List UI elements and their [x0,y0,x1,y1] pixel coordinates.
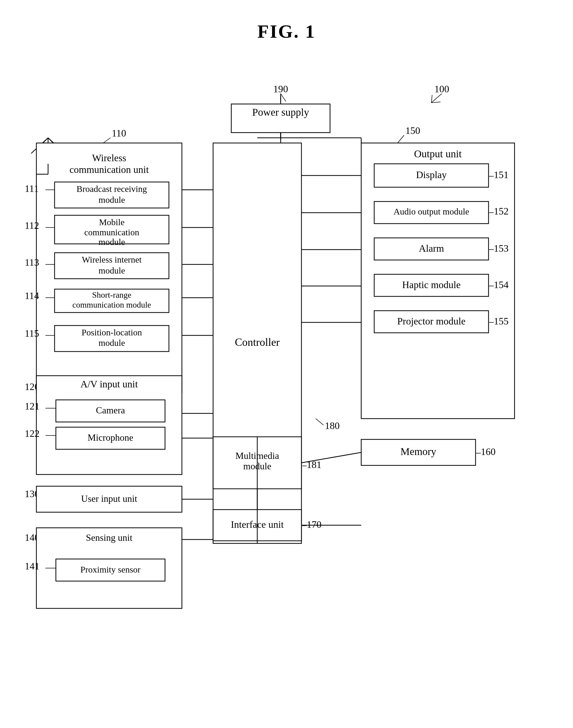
ref-153: 153 [494,243,509,254]
av-input-label: A/V input unit [81,379,138,389]
power-supply-label: Power supply [252,106,309,118]
svg-text:communication module: communication module [72,300,151,309]
svg-text:communication unit: communication unit [69,164,149,175]
user-input-label: User input unit [81,493,137,504]
alarm-label: Alarm [419,243,444,254]
controller-label: Controller [235,336,280,348]
ref-160: 160 [481,446,496,457]
svg-line-32 [398,135,404,143]
ref-152: 152 [494,206,509,216]
av-input-box [36,376,182,475]
proximity-label: Proximity sensor [80,565,141,574]
svg-text:communication: communication [84,228,139,237]
ref-141: 141 [25,561,40,572]
ref-115: 115 [25,328,39,339]
ref-112: 112 [25,220,39,231]
ref-113: 113 [25,257,39,268]
svg-text:module: module [99,338,125,348]
camera-label: Camera [96,405,125,416]
svg-line-1 [281,94,286,101]
ref-110: 110 [112,128,126,139]
ref-170: 170 [307,519,321,530]
ref-111: 111 [25,183,39,194]
ref-155: 155 [494,316,509,327]
ref-151: 151 [494,169,509,180]
microphone-label: Microphone [88,432,133,443]
ref-190: 190 [273,84,288,94]
svg-text:module: module [99,195,125,205]
display-label: Display [416,169,447,180]
sensing-label: Sensing unit [86,532,132,543]
ref-122: 122 [25,428,40,439]
ref-150: 150 [405,125,420,136]
svg-text:module: module [99,266,125,275]
wireless-comm-label: Wireless [92,152,126,163]
svg-text:Mobile: Mobile [99,217,124,227]
ref-114: 114 [25,290,39,301]
svg-text:Short-range: Short-range [92,290,131,299]
memory-label: Memory [401,446,436,457]
output-unit-label: Output unit [414,148,462,160]
ref-154: 154 [494,279,509,290]
svg-text:Position-location: Position-location [82,328,142,337]
svg-line-67 [302,452,361,463]
svg-line-2 [431,94,442,103]
haptic-label: Haptic module [402,279,461,290]
ref-100: 100 [434,84,449,94]
projector-label: Projector module [397,316,466,327]
svg-text:Wireless internet: Wireless internet [82,255,142,264]
svg-text:Broadcast receiving: Broadcast receiving [77,184,147,194]
svg-line-38 [316,419,323,425]
ref-121: 121 [25,401,40,411]
ref-180: 180 [325,420,340,431]
svg-text:module: module [99,237,125,247]
audio-output-label: Audio output module [394,207,469,216]
fig-title: FIG. 1 [0,0,573,42]
